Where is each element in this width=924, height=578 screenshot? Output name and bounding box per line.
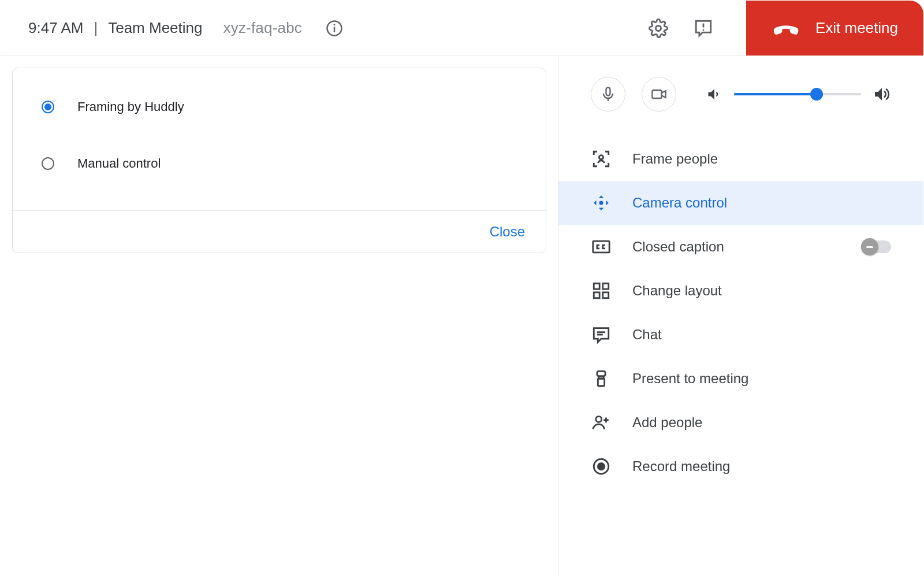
svg-point-3 (655, 25, 661, 31)
mic-icon (600, 86, 616, 102)
frame-people-icon (591, 149, 612, 169)
menu-record[interactable]: Record meeting (558, 444, 923, 488)
option-manual-control[interactable]: Manual control (42, 142, 534, 185)
svg-rect-12 (594, 283, 599, 289)
mic-toggle-button[interactable] (591, 77, 625, 112)
menu-chat[interactable]: Chat (558, 313, 923, 357)
volume-control (706, 85, 891, 103)
clock-time: 9:47 AM (28, 19, 83, 37)
svg-rect-13 (603, 283, 609, 289)
present-icon (591, 368, 612, 389)
option-label: Manual control (77, 156, 161, 171)
camera-control-icon (591, 192, 612, 213)
closed-caption-icon (591, 236, 612, 257)
option-label: Framing by Huddly (77, 99, 184, 114)
svg-point-9 (599, 155, 603, 160)
menu-label: Add people (632, 414, 891, 431)
media-controls (558, 56, 923, 131)
change-layout-icon (591, 280, 612, 301)
svg-point-2 (334, 24, 336, 25)
info-icon[interactable] (321, 14, 348, 42)
menu-camera-control[interactable]: Camera control (558, 181, 923, 225)
record-icon (591, 456, 612, 477)
svg-rect-6 (606, 87, 610, 95)
svg-rect-18 (597, 371, 605, 376)
feedback-icon (694, 18, 713, 38)
svg-point-20 (596, 416, 602, 422)
feedback-button[interactable] (690, 14, 717, 42)
camera-toggle-button[interactable] (642, 77, 676, 112)
menu-label: Chat (632, 327, 891, 343)
menu-change-layout[interactable]: Change layout (558, 269, 923, 313)
sidebar-menu: Frame people Camera control Closed capti… (558, 131, 923, 488)
add-people-icon (591, 412, 612, 433)
volume-slider[interactable] (734, 93, 861, 95)
header-separator: | (94, 19, 98, 37)
menu-closed-caption[interactable]: Closed caption (558, 225, 923, 269)
option-framing-huddly[interactable]: Framing by Huddly (42, 86, 534, 128)
hangup-icon (769, 12, 803, 45)
svg-rect-14 (594, 292, 599, 298)
closed-caption-toggle[interactable] (861, 240, 891, 253)
menu-label: Closed caption (632, 239, 840, 255)
volume-high-icon (873, 85, 891, 103)
header-right: Exit meeting (644, 1, 923, 55)
card-footer: Close (13, 210, 546, 253)
header: 9:47 AM | Team Meeting xyz-faq-abc Exit … (1, 1, 923, 56)
volume-low-icon (706, 86, 722, 102)
svg-point-10 (599, 201, 603, 205)
exit-meeting-button[interactable]: Exit meeting (746, 1, 923, 55)
camera-control-card: Framing by Huddly Manual control Close (12, 68, 546, 253)
sidebar: Frame people Camera control Closed capti… (558, 56, 923, 577)
menu-label: Frame people (632, 151, 891, 167)
svg-rect-8 (652, 90, 661, 98)
meeting-code: xyz-faq-abc (223, 19, 302, 37)
left-pane: Framing by Huddly Manual control Close (1, 56, 558, 577)
menu-frame-people[interactable]: Frame people (558, 137, 923, 181)
volume-slider-thumb[interactable] (810, 88, 823, 101)
volume-slider-fill (734, 93, 817, 95)
svg-rect-19 (598, 379, 604, 386)
menu-present[interactable]: Present to meeting (558, 357, 923, 401)
card-body: Framing by Huddly Manual control (13, 68, 546, 210)
camera-icon (651, 86, 667, 102)
menu-label: Record meeting (632, 458, 891, 475)
svg-rect-11 (593, 241, 609, 253)
svg-rect-15 (603, 292, 609, 298)
header-left: 9:47 AM | Team Meeting xyz-faq-abc (28, 14, 348, 42)
svg-point-24 (598, 463, 604, 469)
content: Framing by Huddly Manual control Close (1, 56, 923, 577)
meeting-name: Team Meeting (108, 19, 202, 37)
settings-button[interactable] (644, 14, 672, 42)
menu-label: Present to meeting (632, 370, 891, 387)
radio-unselected-icon (42, 157, 54, 170)
gear-icon (649, 18, 668, 38)
menu-add-people[interactable]: Add people (558, 401, 923, 444)
exit-meeting-label: Exit meeting (815, 19, 898, 37)
svg-point-5 (703, 29, 705, 31)
close-button[interactable]: Close (490, 224, 525, 239)
chat-icon (591, 324, 612, 345)
radio-selected-icon (42, 101, 54, 113)
menu-label: Camera control (632, 195, 891, 211)
menu-label: Change layout (632, 283, 891, 299)
